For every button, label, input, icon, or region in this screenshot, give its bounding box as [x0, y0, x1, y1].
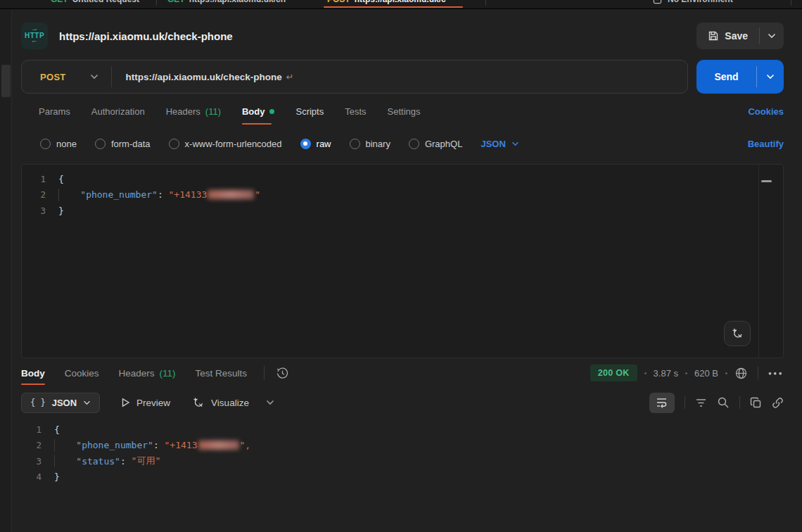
body-type-options: none form-data x-www-form-urlencoded raw…	[12, 129, 802, 158]
code-line: 3 "status": "可用"	[12, 453, 802, 469]
sidebar-rail-handle[interactable]	[1, 65, 11, 97]
radio-circle	[95, 139, 106, 149]
tab-method-label: POST	[327, 0, 350, 4]
tab-body[interactable]: Body	[242, 94, 275, 129]
request-body-editor[interactable]: 1{ 2 "phone_number": "+14133" 3}	[21, 164, 784, 358]
preview-button[interactable]: Preview	[121, 398, 170, 408]
radio-form-data[interactable]: form-data	[95, 139, 151, 149]
send-options-caret[interactable]	[757, 60, 784, 94]
wrap-text-button[interactable]	[649, 393, 675, 413]
line-number: 4	[12, 471, 54, 482]
divider	[264, 366, 265, 380]
tab-scripts[interactable]: Scripts	[295, 94, 324, 129]
response-tab-headers[interactable]: Headers (11)	[119, 358, 176, 388]
request-title: https://api.xiaomu.uk/check-phone	[59, 30, 233, 42]
json-value: "可用"	[132, 455, 161, 467]
response-format-dropdown[interactable]: { } JSON	[21, 393, 100, 413]
request-section-tabs: Params Authorization Headers (11) Body S…	[12, 94, 802, 129]
radio-graphql[interactable]: GraphQL	[409, 139, 462, 149]
cookies-link[interactable]: Cookies	[748, 106, 784, 117]
tab-title: Untitled Request	[72, 0, 139, 4]
radio-raw[interactable]: raw	[300, 139, 331, 149]
radio-circle	[169, 139, 179, 149]
tab-tests[interactable]: Tests	[345, 94, 366, 129]
chevron-down-icon	[83, 400, 91, 405]
collapsed-sidebar-rail[interactable]	[0, 10, 12, 532]
tab-divider	[791, 0, 791, 6]
dot-separator	[644, 372, 647, 374]
response-meta-row: Body Cookies Headers (11) Test Results 2…	[12, 358, 802, 388]
status-badge[interactable]: 200 OK	[590, 365, 637, 381]
network-info-button[interactable]	[734, 367, 748, 380]
save-options-caret[interactable]	[760, 23, 784, 49]
response-history-button[interactable]	[276, 367, 289, 380]
response-tab-body[interactable]: Body	[21, 358, 45, 388]
wrap-text-icon	[656, 397, 668, 408]
tab-headers[interactable]: Headers (11)	[166, 94, 221, 129]
save-split-button: Save	[696, 23, 784, 49]
response-tools	[649, 393, 784, 413]
response-time[interactable]: 3.87 s	[654, 368, 678, 379]
request-tab-untitled[interactable]: GETUntitled Request	[51, 0, 139, 4]
environment-selector[interactable]: No Environment	[653, 0, 733, 4]
globe-icon	[734, 367, 748, 380]
code-line: 1{	[12, 422, 802, 438]
tab-authorization[interactable]: Authorization	[91, 94, 145, 129]
send-split-button: Send	[696, 60, 784, 94]
environment-label: No Environment	[668, 0, 733, 4]
editor-scrollbar-track[interactable]	[758, 165, 773, 357]
response-tab-test-results[interactable]: Test Results	[196, 358, 248, 388]
content-type-dropdown[interactable]: JSON	[480, 139, 518, 149]
url-row: POST https://api.xiaomu.uk/check-phone ↵…	[12, 60, 802, 94]
radio-binary[interactable]: binary	[350, 139, 390, 149]
url-input-box[interactable]: POST https://api.xiaomu.uk/check-phone ↵	[21, 60, 688, 94]
response-tab-cookies[interactable]: Cookies	[65, 358, 99, 388]
divider	[739, 396, 740, 409]
postbot-sparkle-icon	[730, 327, 744, 341]
tab-title: https://api.xiaomu.uk/ch	[189, 0, 286, 4]
response-tabs: Body Cookies Headers (11) Test Results	[21, 358, 247, 388]
beautify-link[interactable]: Beautify	[748, 139, 784, 149]
input-divider	[111, 66, 112, 87]
line-number: 2	[12, 440, 54, 450]
response-format-label: JSON	[52, 398, 77, 408]
link-button[interactable]	[772, 397, 784, 409]
response-size[interactable]: 620 B	[694, 368, 718, 379]
headers-count-badge: (11)	[205, 106, 221, 117]
json-key: "phone_number"	[80, 189, 158, 200]
visualize-button[interactable]: Visualize	[191, 396, 249, 410]
play-icon	[121, 398, 130, 407]
code-line: 2 "phone_number": "+1413",	[12, 438, 802, 454]
method-dropdown[interactable]: POST	[22, 72, 111, 82]
divider	[758, 367, 758, 379]
http-protocol-icon: ⇀ HTTP ↽	[21, 23, 48, 49]
enter-hint-icon: ↵	[286, 72, 294, 82]
copy-button[interactable]	[750, 397, 762, 409]
send-button[interactable]: Send	[696, 60, 756, 94]
radio-x-www-form-urlencoded[interactable]: x-www-form-urlencoded	[169, 139, 282, 149]
active-tab-underline	[21, 384, 45, 385]
tab-params[interactable]: Params	[39, 94, 70, 129]
filter-button[interactable]	[695, 398, 707, 408]
request-tab-get[interactable]: GEThttps://api.xiaomu.uk/ch	[167, 0, 286, 4]
url-input-value[interactable]: https://api.xiaomu.uk/check-phone	[126, 72, 282, 82]
request-tab-post-active[interactable]: POSThttps://api.xiaomu.uk/c	[327, 0, 446, 4]
response-toolbar: { } JSON Preview Visualize	[12, 388, 802, 417]
postbot-button[interactable]	[724, 321, 751, 346]
json-key: "phone_number"	[76, 440, 153, 450]
response-body-viewer[interactable]: 1{ 2 "phone_number": "+1413", 3 "status"…	[12, 417, 802, 485]
save-button-label: Save	[725, 30, 748, 42]
json-value: "+1413	[165, 440, 198, 450]
environment-icon	[653, 0, 662, 4]
code-line: 4}	[12, 469, 802, 486]
save-button[interactable]: Save	[696, 23, 759, 49]
filter-icon	[695, 398, 707, 408]
editor-scrollbar-handle[interactable]	[761, 180, 772, 182]
body-modified-dot	[269, 109, 274, 114]
tab-settings[interactable]: Settings	[388, 94, 421, 129]
more-options-button[interactable]: ●●●	[768, 370, 784, 376]
visualize-options-caret[interactable]	[266, 400, 274, 405]
search-button[interactable]	[717, 396, 730, 409]
copy-icon	[750, 397, 762, 409]
radio-none[interactable]: none	[40, 139, 77, 149]
